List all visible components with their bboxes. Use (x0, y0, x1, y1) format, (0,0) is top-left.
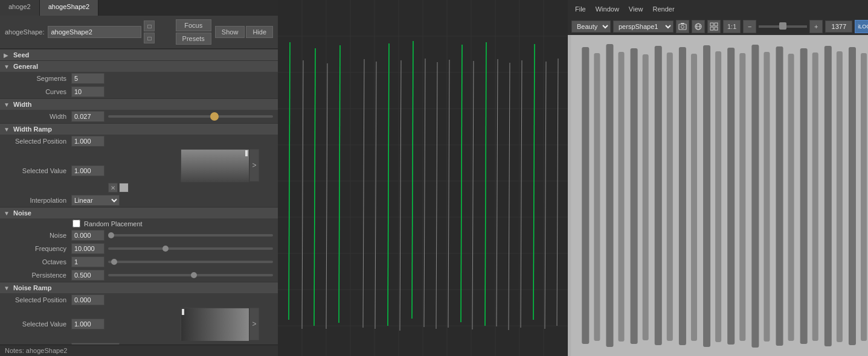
octaves-slider-track[interactable] (108, 261, 273, 263)
frequency-slider-track[interactable] (108, 247, 273, 250)
width-ramp-selected-position-input[interactable] (71, 136, 104, 147)
svg-rect-73 (619, 52, 625, 342)
noise-title: Noise (13, 209, 31, 217)
general-title: General (13, 63, 38, 70)
curves-input[interactable] (71, 86, 104, 97)
menu-file[interactable]: File (571, 4, 590, 14)
show-button[interactable]: Show (215, 26, 245, 38)
menu-render[interactable]: Render (649, 4, 678, 14)
presets-button[interactable]: Presets (176, 33, 211, 45)
noise-ramp-selected-value-label: Selected Value (5, 320, 71, 328)
log-button[interactable]: iLOG (855, 20, 868, 33)
noise-ramp-canvas[interactable] (181, 308, 248, 340)
viewport-menu-bar: File Window View Render (568, 0, 868, 18)
noise-ramp-selected-value-input[interactable] (71, 319, 104, 329)
random-placement-checkbox[interactable] (72, 220, 80, 227)
width-section-header[interactable]: ▼ Width (0, 98, 278, 110)
width-arrow-icon: ▼ (4, 101, 11, 108)
svg-rect-55 (710, 23, 713, 26)
width-ramp-canvas[interactable] (181, 149, 248, 182)
width-ramp-interpolation-label: Interpolation (5, 197, 71, 204)
beauty-dropdown[interactable]: Beauty (571, 21, 611, 33)
viewport-controls: Beauty perspShape1 (568, 18, 868, 35)
tab-ahogeshape2[interactable]: ahogeShape2 (40, 0, 99, 16)
tab-ahoge2[interactable]: ahoge2 (0, 0, 40, 16)
persistence-input[interactable] (71, 270, 104, 281)
tab-bar: ahoge2 ahogeShape2 (0, 0, 278, 16)
viewport-canvas (568, 35, 868, 356)
panel-content: ▶ Seed ▼ General Segments Curves ▼ Width… (0, 49, 278, 345)
width-ramp-nav-button[interactable]: > (249, 149, 259, 182)
width-slider-track[interactable] (108, 115, 273, 118)
minimize-icon[interactable]: □ (144, 33, 155, 43)
persistence-row: Persistence (0, 269, 278, 282)
seed-section-header[interactable]: ▶ Seed (0, 49, 278, 60)
svg-rect-57 (710, 27, 713, 30)
octaves-input[interactable] (71, 256, 104, 267)
ramp-delete-icon[interactable]: ✕ (108, 183, 118, 192)
svg-rect-5 (182, 309, 184, 315)
camera-icon[interactable] (676, 20, 689, 33)
octaves-slider-thumb[interactable] (111, 259, 117, 265)
svg-rect-78 (739, 53, 745, 341)
ratio-button[interactable]: 1:1 (723, 20, 741, 33)
segments-row: Segments (0, 72, 278, 85)
noise-slider-track[interactable] (108, 234, 273, 237)
noise-section-header[interactable]: ▼ Noise (0, 207, 278, 218)
frequency-label: Frequency (5, 245, 71, 252)
ramp-white-icon[interactable] (119, 183, 129, 192)
svg-rect-71 (849, 47, 856, 345)
noise-ramp-selected-value-row: Selected Value (0, 307, 278, 342)
width-slider-thumb[interactable] (210, 112, 219, 121)
shape-label: ahogeShape: (5, 28, 44, 36)
plus-icon[interactable]: + (809, 20, 823, 33)
frame-input[interactable] (825, 21, 852, 33)
minus-icon[interactable]: − (743, 20, 756, 33)
camera-dropdown[interactable]: perspShape1 (613, 21, 674, 33)
noise-row: Noise (0, 229, 278, 242)
maximize-icon[interactable]: □ (144, 21, 155, 31)
persistence-label: Persistence (5, 272, 71, 279)
noise-slider-thumb[interactable] (108, 232, 114, 238)
octaves-row: Octaves (0, 255, 278, 269)
svg-rect-72 (594, 53, 600, 341)
svg-rect-66 (727, 48, 735, 345)
grid-icon[interactable] (707, 20, 721, 33)
svg-rect-4 (181, 308, 249, 341)
menu-view[interactable]: View (625, 4, 647, 14)
noise-ramp-title: Noise Ramp (13, 284, 52, 291)
frequency-slider-thumb[interactable] (162, 246, 169, 252)
width-ramp-interpolation-row: Interpolation Linear None Smooth Spline … (0, 194, 278, 207)
width-label: Width (5, 113, 71, 120)
frequency-input[interactable] (71, 243, 104, 254)
notes-label: Notes: (5, 347, 24, 354)
width-ramp-selected-value-label: Selected Value (5, 167, 71, 174)
persistence-slider-thumb[interactable] (191, 272, 197, 278)
header-area: ahogeShape: □ □ Focus Presets Show Hide (0, 16, 278, 49)
menu-window[interactable]: Window (592, 4, 623, 14)
right-panel: File Window View Render Beauty perspShap… (568, 0, 868, 356)
seed-title: Seed (13, 51, 29, 59)
persistence-slider-track[interactable] (108, 274, 273, 276)
width-input[interactable] (71, 111, 104, 122)
width-ramp-interpolation-select[interactable]: Linear None Smooth Spline Step (71, 195, 120, 206)
noise-ramp-selected-position-input[interactable] (71, 294, 104, 305)
hide-button[interactable]: Hide (246, 26, 273, 38)
focus-button[interactable]: Focus (176, 19, 211, 31)
width-ramp-svg (181, 150, 249, 182)
width-ramp-selected-value-input[interactable] (71, 165, 104, 176)
width-ramp-section-header[interactable]: ▼ Width Ramp (0, 123, 278, 135)
random-placement-row: Random Placement (0, 218, 278, 229)
noise-ramp-nav-button[interactable]: > (249, 308, 259, 340)
3d-lines-svg (568, 35, 868, 356)
segments-input[interactable] (71, 73, 104, 84)
noise-ramp-section-header[interactable]: ▼ Noise Ramp (0, 282, 278, 293)
left-panel: ahoge2 ahogeShape2 ahogeShape: □ □ Focus… (0, 0, 278, 356)
general-section-header[interactable]: ▼ General (0, 60, 278, 72)
transform-icon[interactable] (692, 20, 705, 33)
shape-input[interactable] (48, 26, 141, 38)
render-slider[interactable] (759, 25, 807, 28)
width-ramp-selected-position-row: Selected Position (0, 135, 278, 148)
noise-input[interactable] (71, 230, 104, 241)
svg-rect-77 (715, 51, 721, 342)
